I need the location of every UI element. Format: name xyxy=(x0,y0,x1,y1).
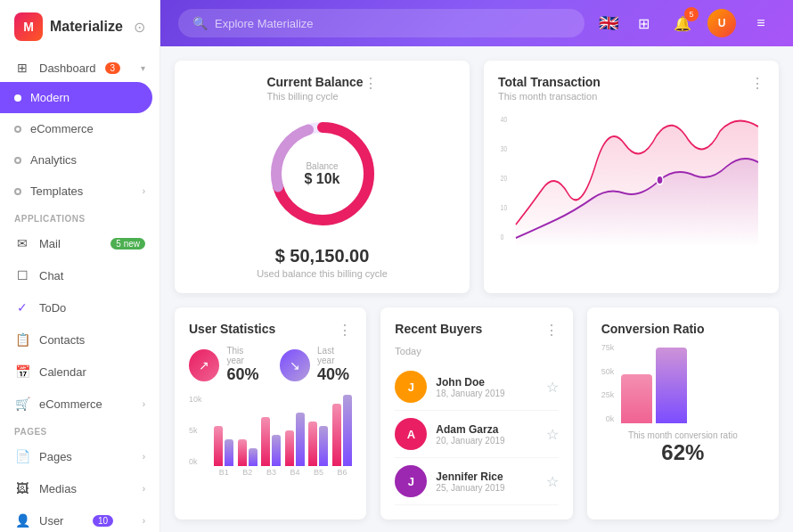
transaction-card-menu[interactable]: ⋮ xyxy=(750,75,764,92)
sidebar-item-mail[interactable]: ✉ Mail 5 new xyxy=(0,227,159,259)
balance-card-title: Current Balance xyxy=(266,75,363,89)
transaction-card: Total Transaction This month transaction… xyxy=(484,61,779,293)
this-year-text: This year 60% xyxy=(226,346,261,384)
bar-purple xyxy=(272,435,281,466)
buyer-item: JJennifer Rice25, January 2019☆ xyxy=(395,458,558,505)
balance-amount: $ 50,150.00 xyxy=(275,246,370,266)
flag-icon[interactable]: 🇬🇧 xyxy=(599,13,618,33)
buyer-avatar: J xyxy=(395,465,427,497)
medias-icon: 🖼 xyxy=(14,481,30,495)
sidebar: M Materialize ⊙ ⊞ Dashboard 3 ▾ Modern e… xyxy=(0,0,160,532)
buyer-name: Adam Garza xyxy=(436,423,536,436)
transaction-card-title: Total Transaction xyxy=(498,75,601,89)
search-bar[interactable]: 🔍 xyxy=(178,9,585,37)
conversion-card: Conversion Ratio 75k 50k 25k 0k This mon… xyxy=(587,307,779,520)
sidebar-item-medias[interactable]: 🖼 Medias › xyxy=(0,472,159,504)
apps-section-label: APPLICATIONS xyxy=(0,207,159,227)
stats-legend: ↗ This year 60% ↘ Last year 40% xyxy=(189,346,352,384)
balance-card-header: Current Balance This billing cycle ⋮ xyxy=(266,75,377,102)
conv-y-0k: 0k xyxy=(601,414,615,423)
conv-pct: 62% xyxy=(601,440,764,465)
contacts-icon: 📋 xyxy=(14,332,30,347)
notification-btn[interactable]: 🔔 5 xyxy=(668,9,697,37)
bar-purple xyxy=(249,448,258,466)
dot-icon xyxy=(14,157,21,164)
conversion-chart: 75k 50k 25k 0k xyxy=(601,343,764,423)
chevron-down-icon: ▾ xyxy=(141,63,145,73)
buyers-card-menu[interactable]: ⋮ xyxy=(544,322,559,339)
y-label-0k: 0k xyxy=(189,457,202,466)
buyer-star-icon[interactable]: ☆ xyxy=(546,473,559,490)
svg-text:40: 40 xyxy=(501,115,508,124)
buyer-date: 18, January 2019 xyxy=(436,389,536,398)
user-badge: 10 xyxy=(93,515,113,527)
sidebar-item-contacts[interactable]: 📋 Contacts xyxy=(0,323,159,356)
stats-card-menu[interactable]: ⋮ xyxy=(338,322,352,339)
bar-group xyxy=(285,413,306,466)
sidebar-item-pages[interactable]: 📄 Pages › xyxy=(0,440,159,472)
sidebar-item-todo[interactable]: ✓ ToDo xyxy=(0,291,159,323)
conv-y-75k: 75k xyxy=(601,343,615,352)
y-label-10k: 10k xyxy=(189,395,202,404)
buyer-info: John Doe18, January 2019 xyxy=(436,376,536,398)
bar-chart xyxy=(189,395,352,466)
sidebar-item-user[interactable]: 👤 User 10 › xyxy=(0,504,159,532)
buyer-star-icon[interactable]: ☆ xyxy=(546,426,559,443)
ecommerce-icon: 🛒 xyxy=(14,397,30,411)
user-label: User xyxy=(39,514,63,528)
last-year-text: Last year 40% xyxy=(317,346,352,384)
buyers-list: JJohn Doe18, January 2019☆AAdam Garza20,… xyxy=(395,364,558,505)
sidebar-logo: M Materialize ⊙ xyxy=(0,0,159,53)
conversion-card-title: Conversion Ratio xyxy=(601,322,705,336)
settings-icon[interactable]: ⊙ xyxy=(134,19,145,36)
header-icons: 🇬🇧 ⊞ 🔔 5 U ≡ xyxy=(599,9,775,37)
sidebar-item-calendar[interactable]: 📅 Calendar xyxy=(0,356,159,388)
this-year-pct: 60% xyxy=(226,365,261,384)
bar-label: B1 xyxy=(214,468,234,477)
sidebar-item-dashboard[interactable]: ⊞ Dashboard 3 ▾ xyxy=(0,53,159,82)
pages-section-label: PAGES xyxy=(0,420,159,440)
sidebar-item-ecommerce2[interactable]: 🛒 eCommerce › xyxy=(0,388,159,420)
balance-card: Current Balance This billing cycle ⋮ Bal… xyxy=(175,61,470,293)
pages-icon: 📄 xyxy=(14,449,30,463)
buyers-card-header: Recent Buyers ⋮ xyxy=(395,322,558,339)
sidebar-item-chat[interactable]: ☐ Chat xyxy=(0,259,159,291)
bar-pink xyxy=(214,426,223,466)
check-icon: ✓ xyxy=(14,300,30,315)
avatar[interactable]: U xyxy=(707,9,736,37)
calendar-label: Calendar xyxy=(39,365,86,379)
search-input[interactable] xyxy=(215,17,570,30)
dot-icon xyxy=(14,188,21,195)
chevron-right-icon: › xyxy=(143,516,145,526)
pages-label: Pages xyxy=(39,450,72,463)
buyer-star-icon[interactable]: ☆ xyxy=(546,379,559,396)
conv-y-50k: 50k xyxy=(601,367,615,376)
buyer-name: John Doe xyxy=(436,376,536,389)
todo-label: ToDo xyxy=(39,301,66,315)
conv-y-25k: 25k xyxy=(601,390,615,399)
balance-desc: Used balance this billing cycle xyxy=(257,268,388,279)
balance-card-menu[interactable]: ⋮ xyxy=(364,75,378,92)
search-icon: 🔍 xyxy=(192,16,208,30)
transaction-card-subtitle: This month transaction xyxy=(498,91,601,102)
bar-y-axis: 10k 5k 0k xyxy=(189,395,202,466)
main-area: 🔍 🇬🇧 ⊞ 🔔 5 U ≡ Current Balance xyxy=(160,0,793,532)
bar-labels-row: B1B2B3B4B5B6 xyxy=(189,468,352,477)
sidebar-item-modern[interactable]: Modern xyxy=(0,82,152,113)
menu-icon-btn[interactable]: ≡ xyxy=(747,9,775,37)
dot-icon xyxy=(14,126,21,133)
last-year-legend: ↘ Last year 40% xyxy=(280,346,353,384)
grid-icon-btn[interactable]: ⊞ xyxy=(629,9,658,37)
bar-label: B6 xyxy=(332,468,353,477)
modern-label: Modern xyxy=(30,91,69,104)
sidebar-item-ecommerce[interactable]: eCommerce xyxy=(0,113,159,144)
user-icon: 👤 xyxy=(14,513,30,528)
conv-desc: This month conversion ratio xyxy=(601,430,764,440)
buyer-name: Jennifer Rice xyxy=(436,471,536,483)
chat-icon: ☐ xyxy=(14,268,30,282)
ecommerce2-label: eCommerce xyxy=(39,397,102,411)
bottom-row: User Statistics ⋮ ↗ This year 60% ↘ xyxy=(175,307,779,520)
this-year-legend: ↗ This year 60% xyxy=(189,346,262,384)
sidebar-item-templates[interactable]: Templates › xyxy=(0,176,159,207)
sidebar-item-analytics[interactable]: Analytics xyxy=(0,144,159,176)
